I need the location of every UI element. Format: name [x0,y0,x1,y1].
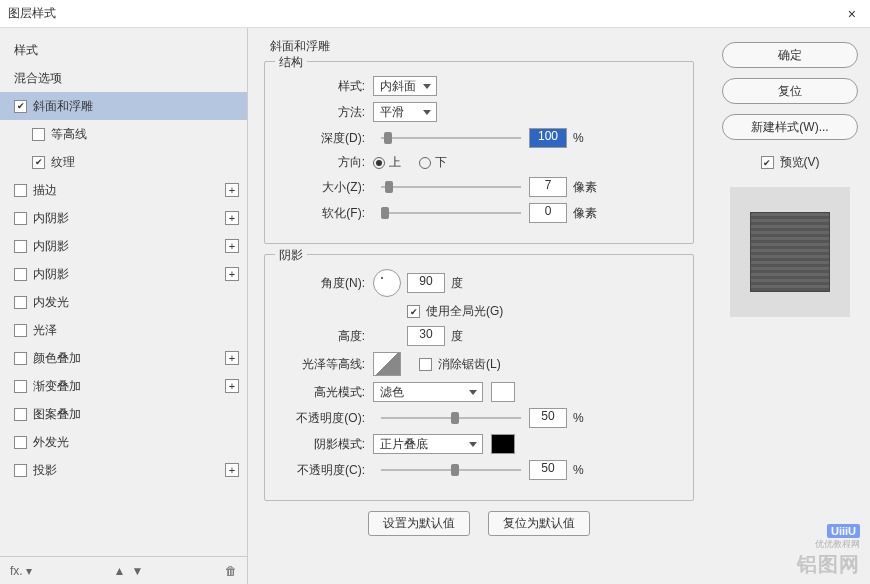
style-list-footer: fx. ▾ ▲ ▼ 🗑 [0,556,247,584]
move-up-icon[interactable]: ▲ [114,564,126,578]
soften-slider[interactable] [381,212,521,214]
soften-label: 软化(F): [277,205,373,222]
technique-select[interactable]: 平滑 [373,102,437,122]
add-effect-icon[interactable]: + [225,183,239,197]
depth-input[interactable]: 100 [529,128,567,148]
direction-down-radio[interactable] [419,157,431,169]
contour-label: 光泽等高线: [277,356,373,373]
style-item-4[interactable]: 内阴影+ [0,204,247,232]
preview-box [730,187,850,317]
style-item-checkbox[interactable] [14,380,27,393]
style-item-checkbox[interactable] [14,324,27,337]
style-item-checkbox[interactable] [14,352,27,365]
add-effect-icon[interactable]: + [225,379,239,393]
shading-group: 阴影 角度(N): 90 度 使用全局光(G) 高度: 30 度 光泽等高线: [264,254,694,501]
shadow-mode-select[interactable]: 正片叠底 [373,434,483,454]
ok-button[interactable]: 确定 [722,42,858,68]
highlight-mode-select[interactable]: 滤色 [373,382,483,402]
add-effect-icon[interactable]: + [225,463,239,477]
style-item-checkbox[interactable] [32,128,45,141]
move-down-icon[interactable]: ▼ [132,564,144,578]
style-item-13[interactable]: 投影+ [0,456,247,484]
shadow-opacity-input[interactable]: 50 [529,460,567,480]
preview-checkbox[interactable] [761,156,774,169]
shadow-mode-label: 阴影模式: [277,436,373,453]
style-item-checkbox[interactable] [14,268,27,281]
direction-label: 方向: [277,154,373,171]
style-item-5[interactable]: 内阴影+ [0,232,247,260]
direction-up-radio[interactable] [373,157,385,169]
depth-slider[interactable] [381,137,521,139]
style-item-3[interactable]: 描边+ [0,176,247,204]
shadow-color-swatch[interactable] [491,434,515,454]
style-item-2[interactable]: 纹理 [0,148,247,176]
style-item-checkbox[interactable] [14,296,27,309]
angle-label: 角度(N): [277,275,373,292]
highlight-mode-label: 高光模式: [277,384,373,401]
style-item-checkbox[interactable] [14,184,27,197]
style-item-10[interactable]: 渐变叠加+ [0,372,247,400]
style-item-11[interactable]: 图案叠加 [0,400,247,428]
style-item-checkbox[interactable] [14,464,27,477]
style-item-label: 图案叠加 [33,406,81,423]
style-item-1[interactable]: 等高线 [0,120,247,148]
add-effect-icon[interactable]: + [225,211,239,225]
style-item-label: 投影 [33,462,57,479]
style-item-9[interactable]: 颜色叠加+ [0,344,247,372]
style-select[interactable]: 内斜面 [373,76,437,96]
trash-icon[interactable]: 🗑 [225,564,237,578]
style-item-label: 内发光 [33,294,69,311]
style-item-label: 纹理 [51,154,75,171]
fx-menu[interactable]: fx. ▾ [10,564,32,578]
shadow-opacity-slider[interactable] [381,469,521,471]
add-effect-icon[interactable]: + [225,351,239,365]
make-default-button[interactable]: 设置为默认值 [368,511,470,536]
style-item-checkbox[interactable] [14,436,27,449]
settings-panel: 斜面和浮雕 结构 样式: 内斜面 方法: 平滑 深度(D): 100 % 方向:… [248,28,710,584]
blend-options[interactable]: 混合选项 [0,64,247,92]
antialias-checkbox[interactable] [419,358,432,371]
panel-title: 斜面和浮雕 [270,38,694,55]
dialog-title: 图层样式 [8,5,56,22]
shadow-opacity-label: 不透明度(C): [277,462,373,479]
size-slider[interactable] [381,186,521,188]
angle-input[interactable]: 90 [407,273,445,293]
size-label: 大小(Z): [277,179,373,196]
style-item-label: 外发光 [33,434,69,451]
add-effect-icon[interactable]: + [225,267,239,281]
style-item-checkbox[interactable] [14,408,27,421]
gloss-contour-picker[interactable] [373,352,401,376]
close-icon[interactable]: × [842,6,862,22]
soften-input[interactable]: 0 [529,203,567,223]
style-item-checkbox[interactable] [14,240,27,253]
style-item-7[interactable]: 内发光 [0,288,247,316]
style-item-checkbox[interactable] [32,156,45,169]
style-item-checkbox[interactable] [14,100,27,113]
reset-default-button[interactable]: 复位为默认值 [488,511,590,536]
angle-dial[interactable] [373,269,401,297]
technique-label: 方法: [277,104,373,121]
reset-button[interactable]: 复位 [722,78,858,104]
style-item-0[interactable]: 斜面和浮雕 [0,92,247,120]
style-item-6[interactable]: 内阴影+ [0,260,247,288]
preview-swatch [750,212,830,292]
styles-header[interactable]: 样式 [0,36,247,64]
highlight-opacity-label: 不透明度(O): [277,410,373,427]
highlight-color-swatch[interactable] [491,382,515,402]
add-effect-icon[interactable]: + [225,239,239,253]
size-input[interactable]: 7 [529,177,567,197]
depth-label: 深度(D): [277,130,373,147]
style-item-8[interactable]: 光泽 [0,316,247,344]
altitude-input[interactable]: 30 [407,326,445,346]
new-style-button[interactable]: 新建样式(W)... [722,114,858,140]
style-item-label: 内阴影 [33,266,69,283]
preview-label: 预览(V) [780,154,820,171]
global-light-checkbox[interactable] [407,305,420,318]
style-item-12[interactable]: 外发光 [0,428,247,456]
style-item-checkbox[interactable] [14,212,27,225]
highlight-opacity-slider[interactable] [381,417,521,419]
style-item-label: 渐变叠加 [33,378,81,395]
highlight-opacity-input[interactable]: 50 [529,408,567,428]
right-panel: 确定 复位 新建样式(W)... 预览(V) [710,28,870,584]
style-item-label: 内阴影 [33,238,69,255]
